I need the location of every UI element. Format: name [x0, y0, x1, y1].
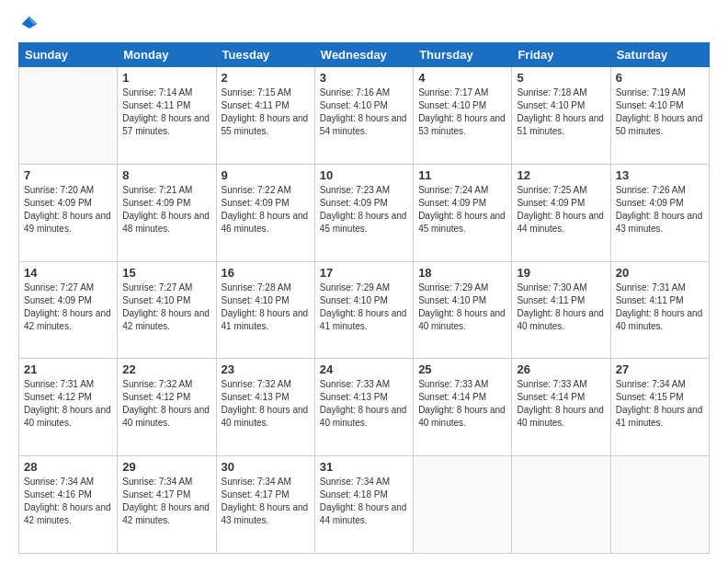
calendar-week-row: 7Sunrise: 7:20 AMSunset: 4:09 PMDaylight…	[19, 164, 710, 261]
calendar-cell: 7Sunrise: 7:20 AMSunset: 4:09 PMDaylight…	[19, 164, 118, 261]
day-info: Sunrise: 7:30 AMSunset: 4:11 PMDaylight:…	[517, 282, 605, 333]
day-number: 5	[517, 71, 605, 85]
day-number: 31	[320, 460, 408, 474]
day-info: Sunrise: 7:24 AMSunset: 4:09 PMDaylight:…	[418, 184, 506, 236]
day-number: 13	[616, 168, 704, 182]
weekday-header: Wednesday	[314, 43, 413, 67]
calendar-cell: 16Sunrise: 7:28 AMSunset: 4:10 PMDayligh…	[216, 261, 314, 359]
day-info: Sunrise: 7:34 AMSunset: 4:15 PMDaylight:…	[616, 378, 704, 430]
day-number: 28	[24, 460, 112, 474]
weekday-header: Monday	[118, 43, 216, 67]
day-info: Sunrise: 7:33 AMSunset: 4:13 PMDaylight:…	[320, 378, 408, 430]
day-info: Sunrise: 7:33 AMSunset: 4:14 PMDaylight:…	[418, 378, 506, 430]
calendar-cell: 28Sunrise: 7:34 AMSunset: 4:16 PMDayligh…	[19, 456, 118, 554]
calendar-cell: 3Sunrise: 7:16 AMSunset: 4:10 PMDaylight…	[314, 67, 413, 165]
day-number: 19	[517, 266, 605, 280]
header	[18, 15, 710, 33]
calendar-cell: 25Sunrise: 7:33 AMSunset: 4:14 PMDayligh…	[414, 359, 512, 456]
calendar-cell: 30Sunrise: 7:34 AMSunset: 4:17 PMDayligh…	[216, 456, 314, 554]
calendar-cell: 11Sunrise: 7:24 AMSunset: 4:09 PMDayligh…	[414, 164, 512, 261]
day-number: 7	[24, 168, 112, 182]
day-number: 4	[418, 71, 506, 85]
weekday-header: Thursday	[414, 43, 512, 67]
day-number: 27	[616, 362, 704, 376]
day-number: 21	[24, 362, 112, 376]
day-info: Sunrise: 7:32 AMSunset: 4:12 PMDaylight:…	[122, 378, 210, 430]
day-number: 22	[122, 362, 210, 376]
day-info: Sunrise: 7:25 AMSunset: 4:09 PMDaylight:…	[517, 184, 605, 236]
day-info: Sunrise: 7:29 AMSunset: 4:10 PMDaylight:…	[320, 282, 408, 333]
calendar-cell: 29Sunrise: 7:34 AMSunset: 4:17 PMDayligh…	[118, 456, 216, 554]
day-number: 8	[122, 168, 210, 182]
day-info: Sunrise: 7:15 AMSunset: 4:11 PMDaylight:…	[222, 86, 310, 138]
calendar-week-row: 28Sunrise: 7:34 AMSunset: 4:16 PMDayligh…	[19, 456, 710, 554]
calendar-cell: 14Sunrise: 7:27 AMSunset: 4:09 PMDayligh…	[19, 261, 118, 359]
calendar-cell: 17Sunrise: 7:29 AMSunset: 4:10 PMDayligh…	[314, 261, 413, 359]
calendar-week-row: 21Sunrise: 7:31 AMSunset: 4:12 PMDayligh…	[19, 359, 710, 456]
calendar-cell: 31Sunrise: 7:34 AMSunset: 4:18 PMDayligh…	[314, 456, 413, 554]
day-info: Sunrise: 7:34 AMSunset: 4:17 PMDaylight:…	[122, 476, 210, 527]
day-number: 26	[517, 362, 605, 376]
weekday-header: Tuesday	[216, 43, 314, 67]
calendar-cell: 24Sunrise: 7:33 AMSunset: 4:13 PMDayligh…	[314, 359, 413, 456]
calendar-cell: 27Sunrise: 7:34 AMSunset: 4:15 PMDayligh…	[610, 359, 709, 456]
day-info: Sunrise: 7:33 AMSunset: 4:14 PMDaylight:…	[517, 378, 605, 430]
day-number: 24	[320, 362, 408, 376]
calendar-cell: 9Sunrise: 7:22 AMSunset: 4:09 PMDaylight…	[216, 164, 314, 261]
calendar-cell	[414, 456, 512, 554]
header-row: SundayMondayTuesdayWednesdayThursdayFrid…	[19, 43, 710, 67]
calendar-cell: 6Sunrise: 7:19 AMSunset: 4:10 PMDaylight…	[610, 67, 709, 165]
day-number: 9	[222, 168, 310, 182]
calendar-table: SundayMondayTuesdayWednesdayThursdayFrid…	[18, 42, 710, 554]
day-number: 18	[418, 266, 506, 280]
calendar-cell	[19, 67, 118, 165]
day-number: 1	[122, 71, 210, 85]
day-number: 6	[616, 71, 704, 85]
day-number: 11	[418, 168, 506, 182]
day-number: 20	[616, 266, 704, 280]
day-info: Sunrise: 7:22 AMSunset: 4:09 PMDaylight:…	[222, 184, 310, 236]
day-info: Sunrise: 7:19 AMSunset: 4:10 PMDaylight:…	[616, 86, 704, 138]
day-info: Sunrise: 7:34 AMSunset: 4:16 PMDaylight:…	[24, 476, 112, 527]
day-info: Sunrise: 7:17 AMSunset: 4:10 PMDaylight:…	[418, 86, 506, 138]
calendar-week-row: 1Sunrise: 7:14 AMSunset: 4:11 PMDaylight…	[19, 67, 710, 165]
day-info: Sunrise: 7:16 AMSunset: 4:10 PMDaylight:…	[320, 86, 408, 138]
calendar-cell: 18Sunrise: 7:29 AMSunset: 4:10 PMDayligh…	[414, 261, 512, 359]
day-info: Sunrise: 7:14 AMSunset: 4:11 PMDaylight:…	[122, 86, 210, 138]
day-number: 29	[122, 460, 210, 474]
calendar-cell: 21Sunrise: 7:31 AMSunset: 4:12 PMDayligh…	[19, 359, 118, 456]
calendar-cell: 12Sunrise: 7:25 AMSunset: 4:09 PMDayligh…	[512, 164, 610, 261]
calendar-cell: 19Sunrise: 7:30 AMSunset: 4:11 PMDayligh…	[512, 261, 610, 359]
day-info: Sunrise: 7:32 AMSunset: 4:13 PMDaylight:…	[222, 378, 310, 430]
day-info: Sunrise: 7:29 AMSunset: 4:10 PMDaylight:…	[418, 282, 506, 333]
day-info: Sunrise: 7:27 AMSunset: 4:10 PMDaylight:…	[122, 282, 210, 333]
weekday-header: Friday	[512, 43, 610, 67]
day-number: 15	[122, 266, 210, 280]
day-info: Sunrise: 7:27 AMSunset: 4:09 PMDaylight:…	[24, 282, 112, 333]
logo	[18, 15, 39, 33]
calendar-cell: 26Sunrise: 7:33 AMSunset: 4:14 PMDayligh…	[512, 359, 610, 456]
day-info: Sunrise: 7:31 AMSunset: 4:11 PMDaylight:…	[616, 282, 704, 333]
day-number: 23	[222, 362, 310, 376]
calendar-page: SundayMondayTuesdayWednesdayThursdayFrid…	[0, 0, 728, 563]
day-info: Sunrise: 7:18 AMSunset: 4:10 PMDaylight:…	[517, 86, 605, 138]
weekday-header: Sunday	[19, 43, 118, 67]
day-number: 10	[320, 168, 408, 182]
day-info: Sunrise: 7:26 AMSunset: 4:09 PMDaylight:…	[616, 184, 704, 236]
day-info: Sunrise: 7:34 AMSunset: 4:17 PMDaylight:…	[222, 476, 310, 527]
weekday-header: Saturday	[610, 43, 709, 67]
logo-icon	[20, 15, 39, 33]
day-info: Sunrise: 7:28 AMSunset: 4:10 PMDaylight:…	[222, 282, 310, 333]
calendar-cell: 8Sunrise: 7:21 AMSunset: 4:09 PMDaylight…	[118, 164, 216, 261]
day-info: Sunrise: 7:23 AMSunset: 4:09 PMDaylight:…	[320, 184, 408, 236]
day-info: Sunrise: 7:34 AMSunset: 4:18 PMDaylight:…	[320, 476, 408, 527]
calendar-cell: 1Sunrise: 7:14 AMSunset: 4:11 PMDaylight…	[118, 67, 216, 165]
day-number: 25	[418, 362, 506, 376]
day-info: Sunrise: 7:21 AMSunset: 4:09 PMDaylight:…	[122, 184, 210, 236]
calendar-cell: 10Sunrise: 7:23 AMSunset: 4:09 PMDayligh…	[314, 164, 413, 261]
day-number: 3	[320, 71, 408, 85]
calendar-cell	[610, 456, 709, 554]
calendar-cell: 4Sunrise: 7:17 AMSunset: 4:10 PMDaylight…	[414, 67, 512, 165]
day-number: 16	[222, 266, 310, 280]
day-number: 2	[222, 71, 310, 85]
